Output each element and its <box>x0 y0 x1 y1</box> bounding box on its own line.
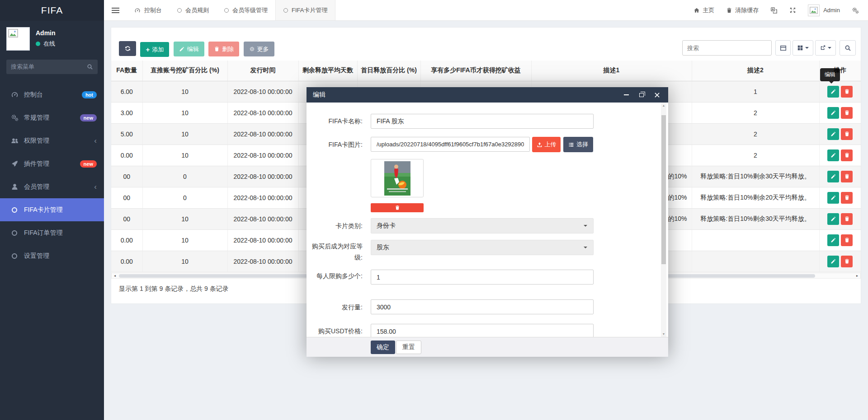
minimize-button[interactable] <box>623 92 629 98</box>
remove-image-button[interactable] <box>371 203 424 212</box>
issue-amount-input[interactable] <box>371 299 594 314</box>
grid-icon <box>797 45 803 51</box>
card-image-preview[interactable] <box>371 159 424 197</box>
language-button[interactable] <box>770 7 778 14</box>
row-edit-button[interactable] <box>827 192 839 204</box>
col-header[interactable]: 直推账号挖矿百分比 (%) <box>142 61 227 81</box>
tab-member-rule[interactable]: 会员规则 <box>170 0 217 20</box>
sidebar-item-fifa-card[interactable]: FIFA卡片管理 <box>0 198 104 221</box>
settings-button[interactable] <box>852 7 859 14</box>
row-edit-button[interactable] <box>827 213 839 225</box>
trash-icon <box>726 7 732 14</box>
tab-label: 会员等级管理 <box>232 6 268 14</box>
row-edit-button[interactable] <box>827 149 839 161</box>
row-edit-button[interactable] <box>827 234 839 246</box>
tab-label: 控制台 <box>144 6 162 14</box>
delete-button[interactable]: 删除 <box>208 42 239 56</box>
row-edit-button[interactable] <box>827 107 839 119</box>
pagination-summary: 显示第 1 到第 9 条记录，总共 9 条记录 <box>119 285 229 293</box>
field-label-level: 购买后成为对应等级: <box>312 241 363 263</box>
col-header[interactable]: 描述1 <box>531 61 692 81</box>
level-select[interactable]: 股东 <box>371 240 594 255</box>
row-edit-button[interactable] <box>827 171 839 182</box>
menu-toggle-button[interactable] <box>104 0 127 20</box>
category-select[interactable]: 身份卡 <box>371 218 594 233</box>
col-header[interactable]: 剩余释放平均天数 <box>298 61 357 81</box>
tab-dashboard[interactable]: 控制台 <box>127 0 170 20</box>
scroll-up-arrow-icon[interactable]: ▲ <box>661 104 666 107</box>
cell-fifa-amount: 0.00 <box>111 145 142 166</box>
row-delete-button[interactable] <box>841 86 853 98</box>
sidebar-item-general[interactable]: 常规管理 new <box>0 106 104 129</box>
sidebar-item-auth[interactable]: 权限管理 ‹ <box>0 129 104 152</box>
tab-member-level[interactable]: 会员等级管理 <box>217 0 275 20</box>
tab-fifa-card[interactable]: FIFA卡片管理 <box>275 0 335 20</box>
menu-search-input[interactable]: 搜索菜单 <box>6 60 98 74</box>
sidebar-item-label: 常规管理 <box>24 114 49 122</box>
sidebar-item-dashboard[interactable]: 控制台 hot <box>0 83 104 106</box>
cell-issue-time: 2022-08-10 00:00:00 <box>227 102 298 123</box>
scroll-right-arrow-icon[interactable]: ▸ <box>854 273 860 278</box>
row-delete-button[interactable] <box>841 107 853 119</box>
hamburger-icon <box>112 6 119 14</box>
col-header[interactable]: 发行时间 <box>227 61 298 81</box>
sidebar-item-label: FIFA卡片管理 <box>24 206 63 214</box>
close-button[interactable] <box>654 92 660 98</box>
cell-percent: 0 <box>142 187 227 208</box>
new-badge: new <box>80 114 97 121</box>
col-header[interactable]: 享有多少FIFA币才获得挖矿收益 <box>420 61 531 81</box>
export-button[interactable] <box>815 40 836 56</box>
choose-button[interactable]: 选择 <box>563 137 593 152</box>
sidebar-item-addon[interactable]: 插件管理 new <box>0 152 104 175</box>
sidebar-item-settings[interactable]: 设置管理 <box>0 244 104 267</box>
cell-desc2: 1 <box>692 81 819 102</box>
edit-button[interactable]: 编辑 <box>174 42 204 56</box>
columns-button[interactable] <box>793 40 813 56</box>
dialog-scrollbar[interactable]: ▲ ▼ <box>661 103 666 337</box>
row-delete-button[interactable] <box>841 171 853 182</box>
fifa-card-image <box>384 161 410 196</box>
caret-down-icon <box>805 47 809 49</box>
row-delete-button[interactable] <box>841 213 853 225</box>
scroll-down-arrow-icon[interactable]: ▼ <box>661 332 666 336</box>
card-name-input[interactable] <box>371 114 594 129</box>
trash-icon <box>844 258 850 264</box>
row-delete-button[interactable] <box>841 192 853 204</box>
confirm-button[interactable]: 确定 <box>371 341 395 354</box>
row-delete-button[interactable] <box>841 256 853 267</box>
row-delete-button[interactable] <box>841 234 853 246</box>
row-delete-button[interactable] <box>841 149 853 161</box>
col-header[interactable]: 描述2 <box>692 61 819 81</box>
circle-icon <box>224 8 229 13</box>
reset-button[interactable]: 重置 <box>396 341 421 354</box>
restore-button[interactable] <box>638 92 645 98</box>
add-button[interactable]: +添加 <box>140 42 169 57</box>
scrollbar-thumb[interactable] <box>661 115 666 264</box>
limit-input[interactable] <box>371 270 594 285</box>
table-search-input[interactable] <box>682 40 772 56</box>
sidebar-item-member[interactable]: 会员管理 ‹ <box>0 175 104 198</box>
avatar[interactable] <box>6 27 30 51</box>
fullscreen-button[interactable] <box>789 7 796 14</box>
scroll-left-arrow-icon[interactable]: ◂ <box>112 273 118 278</box>
search-button[interactable] <box>840 40 856 56</box>
row-edit-button[interactable] <box>827 256 839 267</box>
home-link[interactable]: 主页 <box>693 6 714 14</box>
clear-cache-link[interactable]: 清除缓存 <box>726 6 759 14</box>
sidebar-item-label: 设置管理 <box>24 252 49 260</box>
card-image-input[interactable] <box>371 137 530 152</box>
row-edit-button[interactable] <box>827 128 839 140</box>
profile-menu[interactable]: Admin <box>808 5 840 16</box>
col-header[interactable]: FA数量 <box>111 61 142 81</box>
dialog-titlebar[interactable]: 编辑 <box>307 87 668 103</box>
search-form-toggle-button[interactable] <box>775 40 791 56</box>
gears-icon <box>852 7 859 14</box>
row-delete-button[interactable] <box>841 128 853 140</box>
row-edit-button[interactable] <box>827 86 839 98</box>
sidebar-item-fifa-order[interactable]: FIFA订单管理 <box>0 221 104 244</box>
more-button[interactable]: 更多 <box>244 42 274 56</box>
col-header[interactable]: 首日释放百分比 (%) <box>357 61 420 81</box>
refresh-button[interactable] <box>119 41 136 56</box>
cell-desc2: 释放策略:首日10%剩余30天平均释放。 <box>692 208 819 229</box>
upload-button[interactable]: 上传 <box>532 137 561 152</box>
